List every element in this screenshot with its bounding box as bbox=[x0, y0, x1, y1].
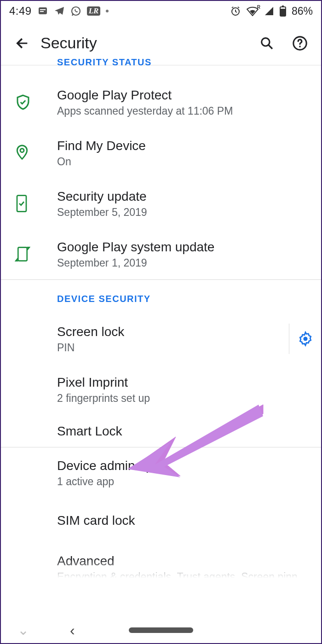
svg-rect-1 bbox=[40, 9, 46, 10]
search-icon bbox=[259, 36, 274, 51]
row-subtitle: 1 active app bbox=[57, 476, 313, 488]
wifi-icon: R bbox=[247, 6, 259, 16]
nav-home-pill[interactable] bbox=[129, 627, 193, 633]
message-icon bbox=[37, 6, 48, 17]
status-clock: 4:49 bbox=[9, 5, 32, 17]
status-right: R 86% bbox=[230, 5, 313, 17]
row-subtitle: 2 fingerprints set up bbox=[57, 392, 313, 405]
row-sim-card-lock[interactable]: SIM card lock bbox=[1, 498, 321, 542]
phone-check-icon bbox=[15, 194, 29, 213]
search-button[interactable] bbox=[250, 27, 283, 60]
more-notifications-icon bbox=[106, 10, 109, 12]
row-title: Pixel Imprint bbox=[57, 374, 313, 390]
battery-icon bbox=[280, 6, 286, 17]
svg-rect-0 bbox=[39, 7, 47, 14]
row-title: Advanced bbox=[57, 553, 313, 569]
gear-icon bbox=[298, 331, 313, 347]
svg-rect-13 bbox=[18, 247, 27, 261]
nav-back-button[interactable]: ‹ bbox=[70, 622, 75, 639]
telegram-icon bbox=[54, 6, 65, 17]
status-bar: 4:49 LR R 86% bbox=[1, 1, 321, 21]
row-play-system-update[interactable]: Google Play system update September 1, 2… bbox=[1, 229, 321, 279]
row-title: Smart Lock bbox=[57, 423, 313, 439]
row-title: Security update bbox=[57, 188, 313, 204]
chevron-down-icon: ⌄ bbox=[17, 622, 29, 638]
row-play-protect[interactable]: Google Play Protect Apps scanned yesterd… bbox=[1, 77, 321, 128]
signal-icon bbox=[264, 6, 274, 16]
svg-point-10 bbox=[299, 46, 301, 47]
lightroom-icon: LR bbox=[87, 6, 101, 16]
row-title: Google Play system update bbox=[57, 239, 313, 255]
shield-check-icon bbox=[15, 94, 31, 110]
location-icon bbox=[15, 144, 29, 162]
help-icon bbox=[292, 35, 308, 51]
row-find-device[interactable]: Find My Device On bbox=[1, 128, 321, 178]
svg-rect-6 bbox=[282, 6, 284, 7]
row-title: Find My Device bbox=[57, 138, 313, 154]
row-subtitle: September 5, 2019 bbox=[57, 206, 313, 219]
row-device-admin-apps[interactable]: Device admin apps 1 active app bbox=[1, 447, 321, 498]
status-left: 4:49 LR bbox=[9, 5, 109, 17]
section-security-status: SECURITY STATUS bbox=[1, 57, 321, 77]
svg-point-14 bbox=[303, 337, 307, 341]
alarm-icon bbox=[230, 6, 241, 17]
whatsapp-icon bbox=[70, 6, 81, 17]
svg-point-11 bbox=[20, 149, 24, 152]
svg-rect-7 bbox=[280, 9, 286, 16]
row-title: Device admin apps bbox=[57, 458, 313, 474]
svg-rect-12 bbox=[17, 196, 26, 212]
row-subtitle: On bbox=[57, 156, 313, 168]
row-title: Google Play Protect bbox=[57, 87, 313, 103]
row-subtitle: Encryption & credentials, Trust agents, … bbox=[57, 571, 313, 583]
row-subtitle: September 1, 2019 bbox=[57, 257, 313, 269]
svg-rect-2 bbox=[40, 11, 44, 12]
row-title: Screen lock bbox=[57, 324, 289, 340]
row-screen-lock[interactable]: Screen lock PIN bbox=[1, 313, 321, 364]
navigation-bar: ⌄ ‹ bbox=[2, 618, 320, 642]
page-title: Security bbox=[40, 34, 250, 52]
screen-lock-settings-button[interactable] bbox=[289, 324, 321, 354]
row-pixel-imprint[interactable]: Pixel Imprint 2 fingerprints set up bbox=[1, 364, 321, 415]
row-subtitle: Apps scanned yesterday at 11:06 PM bbox=[57, 105, 313, 117]
battery-percentage: 86% bbox=[292, 5, 313, 17]
row-smart-lock[interactable]: Smart Lock bbox=[1, 415, 321, 447]
help-button[interactable] bbox=[283, 27, 316, 60]
row-advanced[interactable]: Advanced Encryption & credentials, Trust… bbox=[1, 542, 321, 586]
phone-sync-icon bbox=[15, 245, 30, 263]
content: SECURITY STATUS Google Play Protect Apps… bbox=[1, 57, 321, 586]
section-device-security: DEVICE SECURITY bbox=[1, 280, 321, 313]
row-subtitle: PIN bbox=[57, 342, 289, 354]
row-security-update[interactable]: Security update September 5, 2019 bbox=[1, 178, 321, 229]
back-button[interactable] bbox=[6, 27, 39, 60]
row-title: SIM card lock bbox=[57, 512, 313, 528]
arrow-back-icon bbox=[14, 35, 30, 51]
svg-point-8 bbox=[262, 38, 270, 46]
